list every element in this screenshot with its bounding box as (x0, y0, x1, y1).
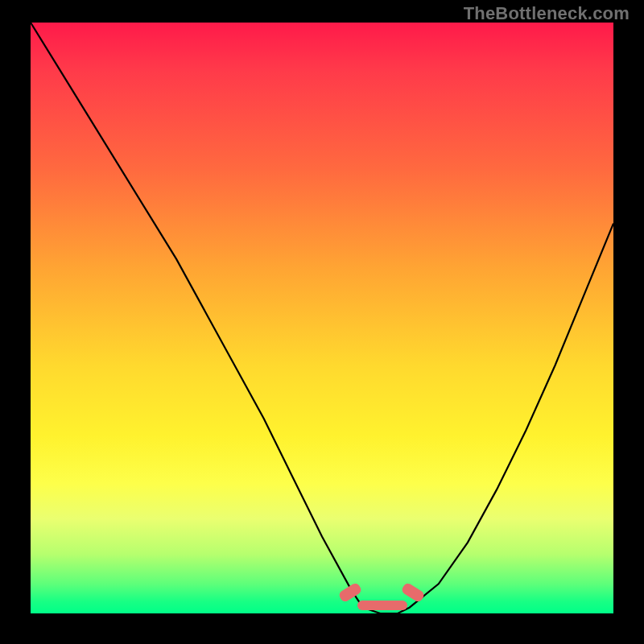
bottleneck-curve (31, 23, 613, 613)
curve-layer (31, 23, 613, 613)
highlight-bottom (357, 601, 407, 610)
watermark-text: TheBottleneck.com (464, 3, 630, 24)
plot-area (31, 23, 613, 613)
chart-frame: TheBottleneck.com (0, 0, 644, 644)
